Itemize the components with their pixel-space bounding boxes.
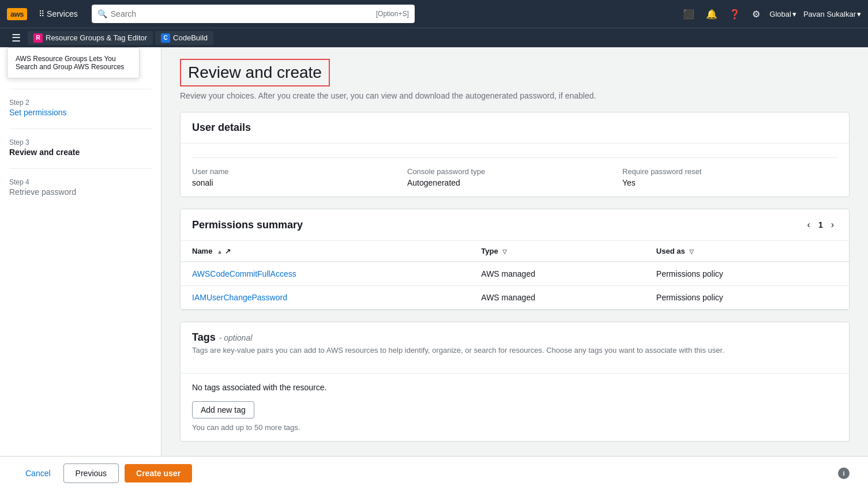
tags-description: Tags are key-value pairs you can add to …	[192, 346, 837, 355]
tags-footnote: You can add up to 50 more tags.	[192, 423, 837, 432]
policy-used-as-cell: Permissions policy	[645, 262, 849, 286]
hamburger-button[interactable]: ☰	[7, 29, 25, 47]
tags-body: No tags associated with the resource. Ad…	[181, 374, 849, 441]
require-reset-label: Require password reset	[622, 167, 837, 176]
tags-empty-message: No tags associated with the resource.	[192, 383, 837, 392]
region-selector[interactable]: Global ▾	[769, 10, 796, 18]
search-icon: 🔍	[97, 9, 107, 18]
table-row: AWSCodeCommitFullAccess AWS managed Perm…	[181, 262, 849, 286]
require-reset-value: Yes	[622, 178, 837, 187]
col-used-as-header[interactable]: Used as ▽	[645, 241, 849, 262]
permissions-header: Permissions summary ‹ 1 ›	[181, 209, 849, 241]
step4-label: Step 4	[9, 178, 152, 186]
user-menu[interactable]: Pavan Sukalkar ▾	[803, 10, 861, 18]
step3-label: Step 3	[9, 138, 152, 146]
sidebar-step-4: Step 4 Retrieve password	[9, 178, 152, 197]
gear-icon: ⚙	[752, 9, 760, 20]
sidebar-step-3: Step 3 Review and create	[9, 138, 152, 157]
chevron-down-icon: ▾	[792, 10, 796, 18]
pagination-controls: ‹ 1 ›	[804, 218, 837, 231]
col-name-header[interactable]: Name ▲ ↗	[181, 241, 469, 262]
services-button[interactable]: ⠿ Services	[34, 7, 82, 21]
top-nav: aws ⠿ Services 🔍 [Option+S] ⬛ 🔔 ❓ ⚙ Glob…	[0, 0, 868, 28]
grid-icon: ⠿	[39, 9, 44, 18]
cloud-shell-icon: ⬛	[683, 9, 694, 20]
permissions-card: Permissions summary ‹ 1 › Name ▲ ↗	[180, 209, 850, 310]
bell-icon: 🔔	[706, 9, 717, 20]
chevron-down-icon: ▾	[857, 10, 861, 18]
add-tag-button[interactable]: Add new tag	[192, 401, 254, 419]
search-input[interactable]	[111, 9, 371, 18]
resource-groups-icon: R	[33, 33, 43, 43]
step4-title: Retrieve password	[9, 187, 152, 197]
policy-type-cell: AWS managed	[469, 286, 645, 310]
main-layout: Step 1 Specify user details Step 2 Set p…	[0, 47, 868, 490]
col-type-header[interactable]: Type ▽	[469, 241, 645, 262]
user-details-card: User details User name sonali Console pa…	[180, 112, 850, 197]
table-row: IAMUserChangePassword AWS managed Permis…	[181, 286, 849, 310]
help-button[interactable]: ❓	[727, 6, 743, 22]
username-value: sonali	[192, 178, 407, 187]
password-type-label: Console password type	[407, 167, 622, 176]
step3-title: Review and create	[9, 148, 152, 157]
sort-desc-icon-2: ▽	[689, 248, 694, 255]
codebuild-icon: C	[161, 33, 170, 43]
question-icon: ❓	[729, 9, 741, 20]
external-link-icon: ↗	[225, 247, 231, 255]
page-subtitle: Review your choices. After you create th…	[180, 91, 850, 100]
pagination-next-button[interactable]: ›	[828, 218, 837, 231]
aws-logo: aws	[7, 8, 27, 20]
permissions-table: Name ▲ ↗ Type ▽ Used as ▽	[181, 241, 849, 310]
policy-name-cell: IAMUserChangePassword	[181, 286, 469, 310]
policy-type-cell: AWS managed	[469, 262, 645, 286]
policy-link[interactable]: AWSCodeCommitFullAccess	[192, 269, 296, 278]
tags-optional-label: - optional	[219, 333, 253, 342]
pagination-page: 1	[818, 220, 823, 229]
sidebar-step-2: Step 2 Set permissions	[9, 99, 152, 117]
step2-label: Step 2	[9, 99, 152, 107]
policy-link[interactable]: IAMUserChangePassword	[192, 293, 287, 302]
username-label: User name	[192, 167, 407, 176]
tooltip-dropdown: AWS Resource Groups Lets You Search and …	[7, 47, 140, 78]
search-shortcut: [Option+S]	[376, 10, 409, 18]
password-type-value: Autogenerated	[407, 178, 622, 187]
sort-desc-icon: ▽	[502, 248, 507, 255]
require-reset-col: Require password reset Yes	[622, 167, 837, 187]
codebuild-tab[interactable]: C CodeBuild	[155, 31, 213, 45]
username-col: User name sonali	[192, 167, 407, 187]
resource-groups-tab[interactable]: R Resource Groups & Tag Editor	[28, 31, 153, 45]
search-bar: 🔍 [Option+S]	[92, 5, 415, 23]
page-title: Review and create	[180, 59, 330, 86]
main-content: Review and create Review your choices. A…	[161, 47, 868, 490]
sort-asc-icon: ▲	[217, 248, 223, 255]
password-type-col: Console password type Autogenerated	[407, 167, 622, 187]
footer-bar: Cancel Previous Create user i	[0, 456, 868, 490]
policy-name-cell: AWSCodeCommitFullAccess	[181, 262, 469, 286]
service-bar: ☰ R Resource Groups & Tag Editor C CodeB…	[0, 28, 868, 47]
nav-right: ⬛ 🔔 ❓ ⚙ Global ▾ Pavan Sukalkar ▾	[681, 6, 861, 22]
settings-button[interactable]: ⚙	[750, 6, 762, 22]
info-icon[interactable]: i	[838, 468, 850, 479]
tags-header-section: Tags - optional Tags are key-value pairs…	[181, 322, 849, 374]
pagination-prev-button[interactable]: ‹	[804, 218, 814, 231]
create-user-button[interactable]: Create user	[125, 464, 192, 483]
cloud-shell-button[interactable]: ⬛	[681, 6, 697, 22]
user-details-header: User details	[181, 112, 849, 144]
tags-title-row: Tags - optional	[192, 331, 837, 344]
previous-button[interactable]: Previous	[63, 463, 119, 483]
sidebar: Step 1 Specify user details Step 2 Set p…	[0, 47, 161, 490]
user-details-grid: User name sonali Console password type A…	[192, 157, 837, 187]
cancel-button[interactable]: Cancel	[18, 464, 58, 483]
bell-button[interactable]: 🔔	[704, 6, 720, 22]
policy-used-as-cell: Permissions policy	[645, 286, 849, 310]
user-details-body: User name sonali Console password type A…	[181, 144, 849, 197]
tags-card: Tags - optional Tags are key-value pairs…	[180, 322, 850, 442]
step2-link[interactable]: Set permissions	[9, 108, 152, 117]
